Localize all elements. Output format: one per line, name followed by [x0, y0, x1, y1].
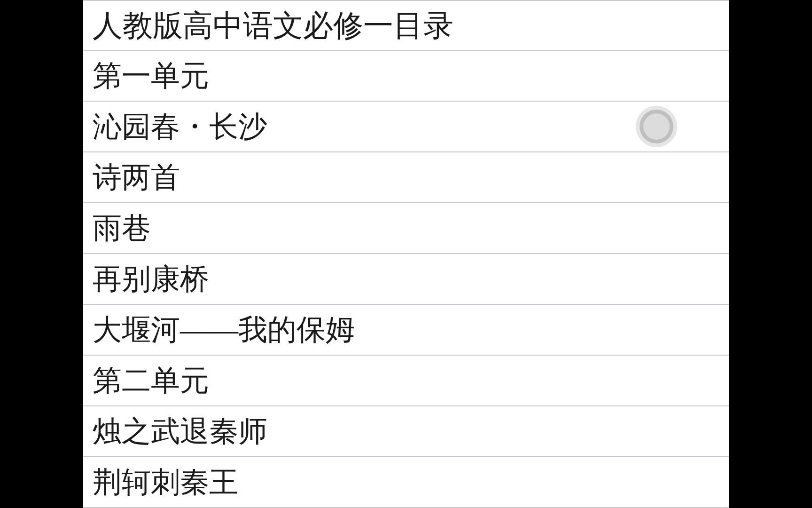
list-item[interactable]: 诗两首 [83, 152, 729, 203]
list-item-label: 沁园春・长沙 [93, 107, 267, 146]
list-item-label: 荆轲刺秦王 [93, 462, 238, 502]
list-item[interactable]: 荆轲刺秦王 [83, 457, 729, 508]
document-panel: 人教版高中语文必修一目录 第一单元 沁园春・长沙 诗两首 雨巷 再别康桥 大堰河… [83, 0, 729, 508]
list-item-label: 第一单元 [93, 56, 209, 95]
list-item-label: 雨巷 [93, 208, 151, 248]
list-item-label: 大堰河——我的保姆 [93, 310, 355, 349]
list-item[interactable]: 第一单元 [83, 51, 729, 102]
list-item-label: 诗两首 [93, 158, 180, 197]
list-item[interactable]: 沁园春・长沙 [83, 102, 729, 152]
list-item-label: 再别康桥 [93, 259, 209, 299]
touch-indicator-icon [636, 106, 677, 147]
document-title-row[interactable]: 人教版高中语文必修一目录 [83, 0, 729, 51]
list-item-label: 烛之武退秦师 [93, 412, 267, 451]
list-item[interactable]: 大堰河——我的保姆 [83, 305, 729, 356]
list-item[interactable]: 再别康桥 [83, 254, 729, 305]
list-item[interactable]: 烛之武退秦师 [83, 406, 729, 457]
list-item[interactable]: 雨巷 [83, 203, 729, 254]
list-item[interactable]: 第二单元 [83, 356, 729, 406]
document-title: 人教版高中语文必修一目录 [93, 5, 453, 46]
list-item-label: 第二单元 [93, 361, 209, 400]
